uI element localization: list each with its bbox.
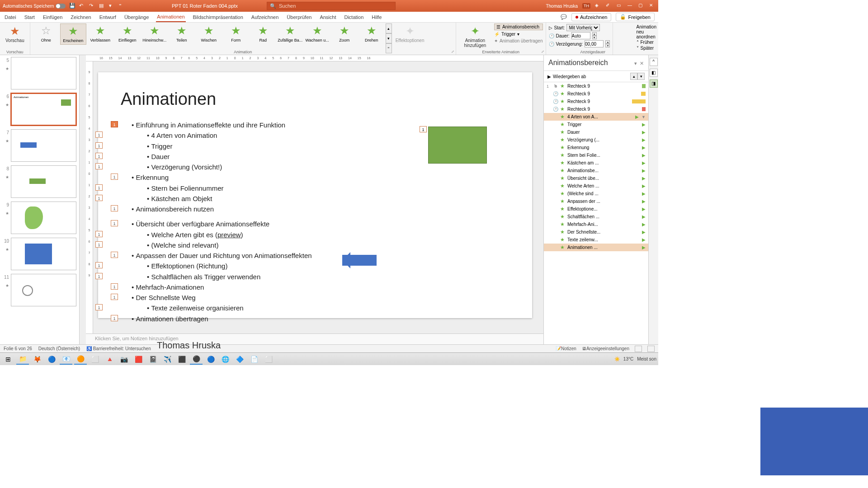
tab-review[interactable]: Überprüfen — [286, 13, 312, 22]
customize-icon[interactable]: ⁼ — [119, 3, 125, 9]
delay-input[interactable] — [585, 40, 604, 47]
author[interactable]: Thomas Hruska — [121, 340, 509, 351]
blue-arrow[interactable] — [342, 255, 377, 266]
anim-shape[interactable]: ★Form — [223, 23, 249, 44]
anim-entry[interactable]: ★Schaltflächen ...▶ — [544, 213, 648, 221]
anim-entry[interactable]: ★Mehrfach-Ani...▶ — [544, 221, 648, 228]
tool-collapse[interactable]: ^ — [650, 58, 658, 66]
sync-icon[interactable]: ◈ — [595, 3, 601, 9]
slide-title[interactable]: Animationen — [121, 89, 509, 109]
thumbnail-5[interactable]: 5★ — [3, 57, 76, 89]
taskbar-chrome[interactable]: 🔵 — [45, 354, 58, 365]
taskbar-obs[interactable]: ⚫ — [190, 354, 203, 365]
tab-dictation[interactable]: Dictation — [343, 13, 364, 22]
more-icon[interactable]: ▾ — [109, 3, 115, 9]
search-input[interactable] — [279, 3, 392, 9]
user-initials[interactable]: TH — [582, 3, 590, 9]
minimize-icon[interactable]: — — [627, 3, 634, 9]
ribbon-mode-icon[interactable]: ▭ — [617, 3, 623, 9]
language[interactable]: Deutsch (Österreich) — [38, 346, 80, 351]
taskbar-app6[interactable]: 🌐 — [219, 354, 231, 365]
anim-flyin[interactable]: ★Einfliegen — [114, 23, 141, 44]
taskbar-edge[interactable]: 🔷 — [233, 354, 246, 365]
anim-appear[interactable]: ★Erscheinen — [60, 23, 86, 45]
anim-entry[interactable]: ★Animationsbe...▶ — [544, 167, 648, 174]
anim-entry[interactable]: 🕐★Rechteck 9 — [544, 90, 648, 98]
tab-animations[interactable]: Animationen — [156, 12, 185, 22]
preview-button[interactable]: ★ Vorschau — [3, 23, 27, 45]
spinner[interactable]: ▴▾ — [605, 40, 610, 47]
green-rectangle[interactable]: 1 — [428, 127, 487, 164]
preview-link[interactable]: preview — [217, 231, 241, 239]
slide-count[interactable]: Folie 6 von 26 — [4, 346, 32, 351]
redo-icon[interactable]: ↷ — [89, 3, 95, 9]
close-icon[interactable]: ✕ — [649, 3, 656, 9]
anim-entry[interactable]: 1🖱★Rechteck 9 — [544, 82, 648, 90]
tab-home[interactable]: Start — [24, 13, 36, 22]
trigger-button[interactable]: ⚡Trigger▾ — [494, 31, 543, 37]
slide[interactable]: Animationen 1Einführung in Animationseff… — [98, 72, 532, 318]
taskbar-app1[interactable]: ⬜ — [89, 354, 101, 365]
anim-entry[interactable]: ★Anpassen der ...▶ — [544, 197, 648, 205]
anim-float[interactable]: ★Hineinschw... — [142, 23, 168, 44]
taskbar-app4[interactable]: ⬛ — [175, 354, 188, 365]
anim-entry[interactable]: ★Animationen ...▶ — [544, 244, 648, 251]
anim-zoom[interactable]: ★Zoom — [331, 23, 358, 44]
duration-input[interactable] — [571, 32, 590, 39]
user-name[interactable]: Thomas Hruska — [546, 4, 578, 9]
anim-entry[interactable]: 🕐★Rechteck 9 — [544, 98, 648, 105]
thumbnail-10[interactable]: 10★ — [3, 238, 76, 270]
taskbar-app2[interactable]: 📷 — [118, 354, 130, 365]
anim-wipe[interactable]: ★Wischen — [196, 23, 222, 44]
anim-fade[interactable]: ★Verblassen — [87, 23, 113, 44]
anim-grow[interactable]: ★Wachsen u... — [304, 23, 330, 44]
thumbnail-8[interactable]: 8★ — [3, 165, 76, 198]
taskbar-vlc[interactable]: 🔺 — [103, 354, 116, 365]
play-from-button[interactable]: ▶Wiedergeben ab — [547, 74, 586, 79]
taskbar-onenote[interactable]: 📓 — [146, 354, 159, 365]
sorter-view-button[interactable] — [647, 346, 655, 352]
weather-icon[interactable]: ☀️ — [614, 357, 620, 361]
anim-none[interactable]: ☆Ohne — [33, 23, 59, 44]
anim-entry[interactable]: ★Verzögerung (...▶ — [544, 136, 648, 144]
slide-area[interactable]: Animationen 1Einführung in Animationseff… — [93, 61, 537, 333]
move-up-button[interactable]: ▴ — [630, 73, 637, 80]
tab-slideshow[interactable]: Bildschirmpräsentation — [192, 13, 244, 22]
autosave-toggle[interactable]: Automatisches Speichern — [3, 4, 66, 9]
save-icon[interactable]: 💾 — [69, 3, 75, 9]
weather-temp[interactable]: 13°C — [623, 357, 633, 361]
taskbar-powerpoint[interactable]: 🟠 — [74, 354, 87, 365]
chevron-down-icon[interactable]: ▾ — [634, 61, 637, 66]
weather-text[interactable]: Meist son — [637, 357, 656, 361]
gallery-scroll[interactable]: ▴▾⁼ — [386, 23, 392, 53]
anim-entry[interactable]: ★Der Schnellste...▶ — [544, 228, 648, 236]
anim-entry[interactable]: ★Übersicht übe...▶ — [544, 174, 648, 182]
brush-icon[interactable]: ✐ — [606, 3, 612, 9]
taskbar-app3[interactable]: 🟥 — [132, 354, 145, 365]
search-box[interactable]: 🔍 — [267, 2, 396, 10]
normal-view-button[interactable] — [635, 346, 642, 352]
maximize-icon[interactable]: ▢ — [638, 3, 645, 9]
taskbar-explorer[interactable]: 📁 — [16, 354, 29, 365]
share-button[interactable]: 🔓Freigeben — [616, 13, 655, 21]
anim-entry[interactable]: ★Effektoptione...▶ — [544, 205, 648, 213]
anim-entry[interactable]: ★Stern bei Folie...▶ — [544, 151, 648, 159]
anim-entry[interactable]: ★Trigger▶ — [544, 121, 648, 128]
anim-wheel[interactable]: ★Rad — [250, 23, 276, 44]
taskbar-outlook[interactable]: 📧 — [60, 354, 72, 365]
notes-button[interactable]: 📝Notizen — [556, 346, 576, 351]
tab-file[interactable]: Datei — [4, 13, 17, 22]
animation-pane-button[interactable]: ☰Animationsbereich — [494, 23, 543, 30]
anim-spin[interactable]: ★Drehen — [359, 23, 385, 44]
anim-random[interactable]: ★Zufällige Ba... — [277, 23, 303, 44]
taskbar-app8[interactable]: ⬜ — [262, 354, 275, 365]
thumbnail-panel[interactable]: 5★6★Animationen7★8★9★10★11★ — [0, 55, 80, 344]
tab-help[interactable]: Hilfe — [371, 13, 382, 22]
undo-icon[interactable]: ↶ — [79, 3, 85, 9]
taskbar-app7[interactable]: 📄 — [248, 354, 260, 365]
spinner[interactable]: ▴▾ — [592, 32, 597, 39]
tab-draw[interactable]: Zeichnen — [70, 13, 92, 22]
tab-view[interactable]: Ansicht — [319, 13, 337, 22]
start-button[interactable]: ⊞ — [2, 354, 14, 365]
anim-entry[interactable]: 🕐★Rechteck 9 — [544, 105, 648, 113]
